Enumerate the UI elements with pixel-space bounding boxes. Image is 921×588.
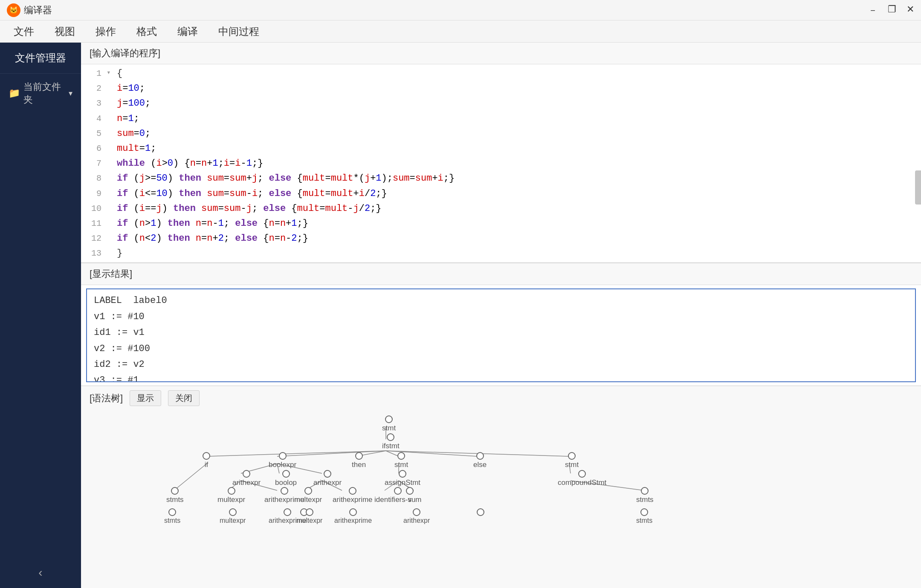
line-content-3: j=100; [115,96,921,111]
result-line-5: id2 := v2 [94,357,908,372]
tree-close-button[interactable]: 关闭 [168,390,200,406]
line-num-13: 13 [81,246,107,260]
restore-button[interactable]: ❐ [888,4,896,17]
tree-node-stmts-bottom2 [477,508,484,517]
result-line-6: v3 := #1 [94,372,908,382]
line-num-1: 1 [81,66,107,81]
code-line-12: 12 if (n<2) then n=n+2; else {n=n-2;} [81,231,921,246]
tree-node-then: then [352,452,366,469]
tree-node-arithexpr-bottom: arithexpr [403,508,430,525]
results-section: [显示结果] LABEL label0 v1 := #10 id1 := v1 … [81,263,921,386]
line-content-9: if (i<=10) then sum=sum-i; else {mult=mu… [115,186,921,201]
main-layout: 文件管理器 📁 当前文件夹 ▾ ‹ [输入编译的程序] 1 ▾ { [0,43,921,588]
titlebar: 🐱 编译器 － ❐ ✕ [0,0,921,20]
menu-intermediate[interactable]: 中间过程 [208,21,269,42]
sidebar-bottom: ‹ [0,557,81,588]
expand-2 [107,81,115,83]
tree-show-button[interactable]: 显示 [130,390,161,406]
tree-node-stmt2: stmt [394,452,408,469]
menu-format[interactable]: 格式 [126,21,167,42]
line-content-6: mult=1; [115,141,921,156]
app-icon: 🐱 [7,3,20,17]
tree-node-compoundstmt: compoundStmt [558,470,606,487]
result-line-3: id1 := v1 [94,325,908,340]
menu-view[interactable]: 视图 [44,21,85,42]
code-line-8: 8 if (j>=50) then sum=sum+j; else {mult=… [81,171,921,186]
close-button[interactable]: ✕ [907,4,914,17]
minimize-button[interactable]: － [868,4,878,17]
expand-4 [107,111,115,113]
sidebar: 文件管理器 📁 当前文件夹 ▾ ‹ [0,43,81,588]
tree-node-arithprime2: arithexprime [333,487,373,504]
line-num-10: 10 [81,201,107,216]
menu-ops[interactable]: 操作 [85,21,126,42]
app-title: 编译器 [24,4,52,17]
line-num-11: 11 [81,216,107,231]
line-content-1: { [115,66,921,81]
line-num-3: 3 [81,96,107,110]
tree-canvas: stmt ifstmt if boolexpr [81,410,921,588]
tree-header: [语法树] 显示 关闭 [81,386,921,410]
results-content[interactable]: LABEL label0 v1 := #10 id1 := v1 v2 := #… [86,288,916,382]
line-num-12: 12 [81,231,107,245]
line-num-7: 7 [81,156,107,170]
tree-label: [语法树] [90,392,123,405]
tree-node-arithexpr1: arithexpr [232,470,261,487]
line-num-6: 6 [81,141,107,156]
expand-1[interactable]: ▾ [107,66,115,79]
tree-node-identifiers-sum: identifiers-sum [374,487,422,504]
expand-10 [107,201,115,203]
tree-node-arithprime-bottom2: arithexprime [334,508,372,525]
tree-node-stmts2: stmts [636,487,654,504]
result-line-2: v1 := #10 [94,309,908,325]
code-editor[interactable]: 1 ▾ { 2 i=10; 3 j=100; 4 [81,64,921,262]
tree-node-multexpr-bottom2: multexpr [296,508,322,525]
code-line-6: 6 mult=1; [81,141,921,156]
tree-node-ifstmt: ifstmt [382,433,400,450]
result-line-4: v2 := #100 [94,341,908,357]
results-header: [显示结果] [81,263,921,285]
code-line-11: 11 if (n>1) then n=n-1; else {n=n+1;} [81,216,921,231]
tree-node-stmts-bottom3: stmts [636,508,652,525]
menu-compile[interactable]: 编译 [167,21,208,42]
line-content-8: if (j>=50) then sum=sum+j; else {mult=mu… [115,171,921,186]
code-line-13: 13 } [81,246,921,261]
line-num-8: 8 [81,171,107,185]
line-content-7: while (i>0) {n=n+1;i=i-1;} [115,156,921,171]
expand-13 [107,246,115,248]
line-content-10: if (i==j) then sum=sum-j; else {mult=mul… [115,201,921,216]
code-line-5: 5 sum=0; [81,126,921,141]
sidebar-folder-item[interactable]: 📁 当前文件夹 ▾ [0,74,81,113]
line-num-9: 9 [81,186,107,201]
expand-7 [107,156,115,158]
tree-node-assignstmt: assignStmt [385,470,420,487]
line-content-13: } [115,246,921,261]
expand-8 [107,171,115,173]
right-hint-bar [915,170,921,205]
chevron-down-icon: ▾ [69,89,72,98]
tree-node-multexpr-bottom: multexpr [220,508,246,525]
line-num-4: 4 [81,111,107,126]
tree-section: [语法树] 显示 关闭 [81,386,921,588]
code-line-4: 4 n=1; [81,111,921,126]
code-line-3: 3 j=100; [81,96,921,111]
tree-node-boolop: boolop [275,470,297,487]
code-line-9: 9 if (i<=10) then sum=sum-i; else {mult=… [81,186,921,201]
code-line-7: 7 while (i>0) {n=n+1;i=i-1;} [81,156,921,171]
svg-line-20 [174,464,207,490]
line-content-5: sum=0; [115,126,921,141]
tree-node-multexpr2: multexpr [294,487,322,504]
editor-section: [输入编译的程序] 1 ▾ { 2 i=10; 3 j=1 [81,43,921,263]
window-controls: － ❐ ✕ [868,4,914,17]
tree-node-v: v [406,487,414,504]
code-line-1: 1 ▾ { [81,66,921,81]
tree-lines-svg [81,410,921,588]
sidebar-folder-label: 当前文件夹 [23,81,69,106]
tree-node-else: else [473,452,487,469]
expand-6 [107,141,115,143]
sidebar-back-button[interactable]: ‹ [38,566,42,579]
menu-file[interactable]: 文件 [3,21,44,42]
expand-12 [107,231,115,233]
code-line-2: 2 i=10; [81,81,921,96]
line-content-12: if (n<2) then n=n+2; else {n=n-2;} [115,231,921,246]
